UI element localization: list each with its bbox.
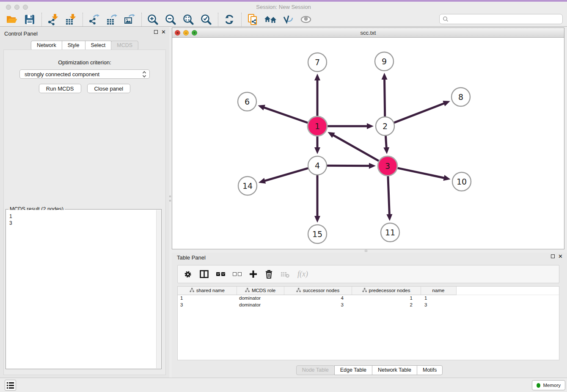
result-line: 3 xyxy=(9,220,156,226)
export-network-icon[interactable] xyxy=(87,13,101,26)
table-cell[interactable]: 4 xyxy=(284,295,352,301)
graph-edge-3-10[interactable] xyxy=(398,168,445,178)
graph-edge-2-3[interactable] xyxy=(386,136,387,149)
zoom-in-icon[interactable] xyxy=(146,13,160,26)
graph-node-2[interactable]: 2 xyxy=(376,117,394,135)
graph-edge-2-9[interactable] xyxy=(385,78,385,116)
tab-network[interactable]: Network xyxy=(31,41,62,50)
graph-node-3[interactable]: 3 xyxy=(378,156,397,176)
horizontal-splitter-grip[interactable] xyxy=(365,250,367,252)
column-tree-icon xyxy=(362,288,367,293)
graph-node-10[interactable]: 10 xyxy=(452,172,471,191)
mcds-result-textarea[interactable]: 1 3 xyxy=(6,210,156,368)
graph-edge-3-1[interactable] xyxy=(332,135,378,161)
tab-style[interactable]: Style xyxy=(62,41,85,50)
graph-node-4[interactable]: 4 xyxy=(308,156,327,175)
split-columns-icon[interactable] xyxy=(200,268,209,281)
close-panel-button[interactable]: Close panel xyxy=(87,84,131,93)
close-table-panel-icon[interactable]: ✕ xyxy=(558,254,563,258)
export-table-icon[interactable] xyxy=(105,13,118,26)
float-table-panel-icon[interactable] xyxy=(551,254,555,258)
search-field[interactable] xyxy=(439,14,563,24)
clone-network-icon[interactable] xyxy=(246,13,259,26)
table-cell[interactable]: 3 xyxy=(421,301,456,308)
tab-node-table[interactable]: Node Table xyxy=(296,365,335,375)
tab-edge-table[interactable]: Edge Table xyxy=(334,365,372,375)
column-header-mcds-role[interactable]: MCDS role xyxy=(237,287,284,295)
tab-network-table[interactable]: Network Table xyxy=(372,365,417,375)
export-image-icon[interactable] xyxy=(123,13,136,26)
edge-arrowhead xyxy=(258,105,265,110)
table-row[interactable]: 3dominator323 xyxy=(178,301,559,308)
tab-select[interactable]: Select xyxy=(85,41,112,50)
vertical-splitter-grip[interactable] xyxy=(169,196,171,197)
graph-edge-3-11[interactable] xyxy=(388,177,390,216)
column-header-successor-nodes[interactable]: successor nodes xyxy=(284,287,352,295)
search-input[interactable] xyxy=(449,15,562,23)
task-history-button[interactable] xyxy=(5,380,16,391)
table-settings-icon[interactable] xyxy=(184,268,192,281)
vertical-splitter-grip[interactable] xyxy=(169,200,171,202)
graph-edge-4-3[interactable] xyxy=(328,166,371,166)
add-row-icon[interactable] xyxy=(249,268,257,281)
function-builder-icon[interactable]: f(x) xyxy=(297,270,308,279)
table-cell[interactable]: 1 xyxy=(178,295,237,301)
table-cell[interactable]: 3 xyxy=(178,301,237,308)
zoom-out-icon[interactable] xyxy=(164,13,177,26)
control-panel-header: Control Panel ✕ xyxy=(0,27,169,39)
graph-edge-1-6[interactable] xyxy=(263,107,308,123)
criterion-dropdown[interactable]: strongly connected component xyxy=(19,69,150,79)
network-canvas[interactable]: 7968124314101511 xyxy=(172,38,564,249)
column-header-predecessor-nodes[interactable]: predecessor nodes xyxy=(352,287,421,295)
table-cell[interactable]: dominator xyxy=(237,301,284,308)
import-network-icon[interactable] xyxy=(46,13,60,26)
open-file-icon[interactable] xyxy=(5,13,19,26)
graph-node-9[interactable]: 9 xyxy=(375,52,394,71)
delete-row-icon[interactable] xyxy=(265,268,273,281)
main-toolbar xyxy=(0,12,567,27)
column-header-shared-name[interactable]: shared name xyxy=(178,287,237,295)
graph-node-8[interactable]: 8 xyxy=(451,88,470,106)
table-header-row: shared name MCDS role successor nodes pr… xyxy=(178,287,559,295)
column-header-name[interactable]: name xyxy=(421,287,456,295)
zoom-selected-icon[interactable] xyxy=(199,13,213,26)
graph-node-11[interactable]: 11 xyxy=(381,223,399,242)
graph-node-6[interactable]: 6 xyxy=(238,92,256,111)
save-session-icon[interactable] xyxy=(23,13,36,26)
run-mcds-button[interactable]: Run MCDS xyxy=(39,84,81,93)
import-table-icon[interactable] xyxy=(64,13,77,26)
graph-edge-2-8[interactable] xyxy=(394,103,445,122)
edge-arrowhead xyxy=(443,175,450,181)
table-cell[interactable]: 2 xyxy=(352,301,421,308)
table-cell[interactable]: 1 xyxy=(352,295,421,301)
zoom-fit-icon[interactable] xyxy=(182,13,195,26)
edge-arrowhead xyxy=(314,74,320,80)
graph-edge-4-14[interactable] xyxy=(263,168,308,181)
graph-node-15[interactable]: 15 xyxy=(308,225,327,243)
select-all-checkboxes-icon[interactable] xyxy=(216,272,225,276)
row-filler xyxy=(456,295,559,301)
tab-motifs[interactable]: Motifs xyxy=(417,365,443,375)
nested-network-icon[interactable] xyxy=(264,13,277,26)
graph-node-label: 8 xyxy=(458,92,463,102)
graph-node-label: 3 xyxy=(385,161,390,171)
graph-node-1[interactable]: 1 xyxy=(308,116,327,136)
close-panel-icon[interactable]: ✕ xyxy=(161,30,166,34)
tab-mcds[interactable]: MCDS xyxy=(111,41,138,50)
table-cell[interactable]: 1 xyxy=(421,295,456,301)
graph-node-7[interactable]: 7 xyxy=(308,53,327,72)
graphics-details-icon[interactable] xyxy=(281,13,295,26)
edge-arrowhead xyxy=(382,73,388,80)
table-cell[interactable]: dominator xyxy=(237,295,284,301)
float-panel-icon[interactable] xyxy=(154,30,158,34)
birds-eye-view-icon[interactable] xyxy=(299,13,313,26)
table-cell[interactable]: 3 xyxy=(284,301,352,308)
result-scrollbar[interactable] xyxy=(156,210,161,368)
memory-button[interactable]: Memory xyxy=(532,380,565,390)
refresh-icon[interactable] xyxy=(223,13,236,26)
graph-node-14[interactable]: 14 xyxy=(238,177,257,195)
table-row[interactable]: 1dominator411 xyxy=(178,295,559,301)
control-panel: Control Panel ✕ Network Style Select MCD… xyxy=(0,27,169,378)
delete-table-icon[interactable] xyxy=(281,268,290,281)
clear-checkboxes-icon[interactable] xyxy=(233,272,242,276)
